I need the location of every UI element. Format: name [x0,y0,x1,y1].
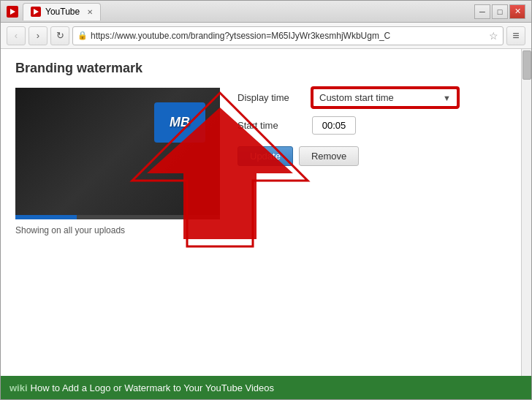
video-player: MB [15,88,220,219]
start-time-label: Start time [238,120,303,131]
browser-menu-btn[interactable]: ≡ [506,26,525,45]
address-text: https://www.youtube.com/branding?ytsessi… [91,31,486,41]
status-wiki-label: wiki [10,382,28,393]
favicon-icon [7,6,18,18]
page-content: Branding watermark MB Showing on all you… [1,49,531,376]
minimize-btn[interactable]: ─ [474,4,490,19]
scrollbar-track[interactable] [521,49,531,376]
nav-bar: ‹ › ↻ 🔒 https://www.youtube.com/branding… [1,23,531,49]
display-time-dropdown[interactable]: Custom start time ▼ [312,88,458,107]
video-progress-fill [15,215,77,219]
dropdown-arrow-icon: ▼ [443,94,451,102]
display-time-label: Display time [238,92,303,103]
video-caption: Showing on all your uploads [15,225,220,235]
tab-yt-icon [31,7,41,17]
status-message: How to Add a Logo or Watermark to Your Y… [31,382,274,393]
play-icon [10,9,15,15]
reload-btn[interactable]: ↻ [50,26,69,45]
start-time-input[interactable] [312,116,356,135]
page-title: Branding watermark [15,61,517,76]
browser-tab[interactable]: YouTube ✕ [23,3,101,20]
browser-window: YouTube ✕ ─ □ ✕ ‹ › ↻ 🔒 https://www.yout… [0,0,532,400]
start-time-row: Start time [238,116,517,135]
dropdown-value: Custom start time [319,92,443,103]
video-logo: MB [154,102,205,143]
video-progress-bar [15,215,220,219]
display-time-row: Display time Custom start time ▼ [238,88,517,107]
update-button[interactable]: Update [238,146,293,166]
scrollbar-thumb[interactable] [522,50,531,80]
video-preview: MB Showing on all your uploads [15,88,220,235]
title-bar-left: YouTube ✕ [7,3,474,20]
content-area: MB Showing on all your uploads Display t… [15,88,517,235]
forward-btn[interactable]: › [28,26,48,45]
action-buttons: Update Remove [238,146,517,166]
right-panel: Display time Custom start time ▼ Start t… [238,88,517,166]
bookmark-star-icon[interactable]: ☆ [489,30,498,42]
maximize-btn[interactable]: □ [492,4,508,19]
tab-label: YouTube [45,7,80,17]
status-bar: wiki How to Add a Logo or Watermark to Y… [1,376,531,399]
video-logo-text: MB [170,115,190,130]
window-controls: ─ □ ✕ [474,4,525,19]
tab-play-icon [34,9,39,15]
lock-icon: 🔒 [77,31,88,40]
title-bar: YouTube ✕ ─ □ ✕ [1,1,531,23]
back-btn[interactable]: ‹ [7,26,26,45]
close-btn[interactable]: ✕ [509,4,525,19]
remove-button[interactable]: Remove [299,146,359,166]
address-bar[interactable]: 🔒 https://www.youtube.com/branding?ytses… [72,26,503,45]
tab-close-btn[interactable]: ✕ [87,8,93,16]
